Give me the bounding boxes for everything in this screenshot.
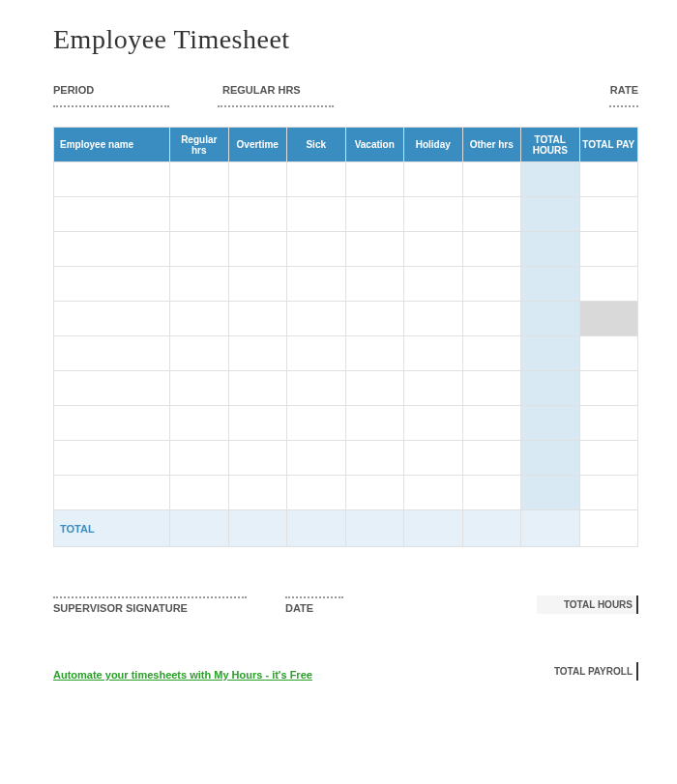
cell-vacation[interactable] xyxy=(345,406,404,441)
cell-total-hours[interactable] xyxy=(521,336,580,371)
cell-employee[interactable] xyxy=(54,232,170,267)
cell-overtime[interactable] xyxy=(228,232,287,267)
cell-other[interactable] xyxy=(462,302,521,336)
cell-overtime[interactable] xyxy=(228,267,287,302)
cell-holiday[interactable] xyxy=(404,336,463,371)
cell-sick[interactable] xyxy=(287,406,346,441)
cell-sick[interactable] xyxy=(287,441,346,476)
cell-holiday[interactable] xyxy=(404,232,463,267)
cell-vacation[interactable] xyxy=(345,441,404,476)
cell-other[interactable] xyxy=(462,406,521,441)
cell-total-hours[interactable] xyxy=(521,441,580,476)
cell-regular[interactable] xyxy=(170,441,229,476)
cell-total-hours[interactable] xyxy=(521,162,580,197)
cell-vacation[interactable] xyxy=(345,371,404,406)
cell-regular[interactable] xyxy=(170,197,229,232)
cell-total-hours[interactable] xyxy=(521,406,580,441)
cell-holiday[interactable] xyxy=(404,476,463,510)
cell-other[interactable] xyxy=(462,232,521,267)
cell-overtime[interactable] xyxy=(228,476,287,510)
cell-employee[interactable] xyxy=(54,371,170,406)
cell-holiday[interactable] xyxy=(404,406,463,441)
cell-sick[interactable] xyxy=(287,232,346,267)
cell-holiday[interactable] xyxy=(404,302,463,336)
cell-vacation[interactable] xyxy=(345,197,404,232)
cell-other[interactable] xyxy=(462,267,521,302)
cell-overtime[interactable] xyxy=(228,302,287,336)
cell-employee[interactable] xyxy=(54,441,170,476)
cell-sick[interactable] xyxy=(287,336,346,371)
cell-sick[interactable] xyxy=(287,267,346,302)
cell-other[interactable] xyxy=(462,197,521,232)
cell-sick[interactable] xyxy=(287,197,346,232)
cell-employee[interactable] xyxy=(54,336,170,371)
total-holiday xyxy=(404,510,463,547)
cell-other[interactable] xyxy=(462,441,521,476)
cell-total-pay[interactable] xyxy=(579,371,638,406)
regular-hrs-input-line[interactable] xyxy=(218,105,334,107)
cell-total-hours[interactable] xyxy=(521,476,580,510)
cell-sick[interactable] xyxy=(287,476,346,510)
date-line[interactable] xyxy=(285,596,343,598)
cell-total-hours[interactable] xyxy=(521,232,580,267)
period-input-line[interactable] xyxy=(53,105,169,107)
cell-regular[interactable] xyxy=(170,302,229,336)
cell-vacation[interactable] xyxy=(345,336,404,371)
cell-overtime[interactable] xyxy=(228,441,287,476)
cell-regular[interactable] xyxy=(170,476,229,510)
meta-inputs-row xyxy=(53,103,638,107)
cell-employee[interactable] xyxy=(54,302,170,336)
cell-total-pay[interactable] xyxy=(579,267,638,302)
cell-vacation[interactable] xyxy=(345,267,404,302)
cell-vacation[interactable] xyxy=(345,476,404,510)
cell-holiday[interactable] xyxy=(404,162,463,197)
cell-regular[interactable] xyxy=(170,336,229,371)
cell-total-hours[interactable] xyxy=(521,371,580,406)
cell-employee[interactable] xyxy=(54,197,170,232)
cell-employee[interactable] xyxy=(54,162,170,197)
cell-regular[interactable] xyxy=(170,162,229,197)
cell-overtime[interactable] xyxy=(228,406,287,441)
cell-total-pay[interactable] xyxy=(579,336,638,371)
cell-total-pay[interactable] xyxy=(579,232,638,267)
cell-other[interactable] xyxy=(462,371,521,406)
cell-sick[interactable] xyxy=(287,371,346,406)
cell-regular[interactable] xyxy=(170,267,229,302)
cell-employee[interactable] xyxy=(54,267,170,302)
cell-total-hours[interactable] xyxy=(521,267,580,302)
cell-total-pay[interactable] xyxy=(579,476,638,510)
cell-holiday[interactable] xyxy=(404,371,463,406)
cell-employee[interactable] xyxy=(54,406,170,441)
cell-employee[interactable] xyxy=(54,476,170,510)
cell-vacation[interactable] xyxy=(345,302,404,336)
cell-holiday[interactable] xyxy=(404,441,463,476)
cell-total-hours[interactable] xyxy=(521,302,580,336)
cell-regular[interactable] xyxy=(170,232,229,267)
rate-input-line[interactable] xyxy=(609,105,638,107)
cell-total-pay[interactable] xyxy=(579,441,638,476)
cell-overtime[interactable] xyxy=(228,371,287,406)
cell-total-hours[interactable] xyxy=(521,197,580,232)
cell-overtime[interactable] xyxy=(228,162,287,197)
supervisor-signature-line[interactable] xyxy=(53,596,247,598)
cell-other[interactable] xyxy=(462,476,521,510)
cell-total-pay[interactable] xyxy=(579,162,638,197)
cell-total-pay[interactable] xyxy=(579,197,638,232)
cell-vacation[interactable] xyxy=(345,232,404,267)
cell-total-pay[interactable] xyxy=(579,302,638,336)
cell-sick[interactable] xyxy=(287,162,346,197)
cell-other[interactable] xyxy=(462,336,521,371)
cell-total-pay[interactable] xyxy=(579,406,638,441)
cell-holiday[interactable] xyxy=(404,197,463,232)
cell-vacation[interactable] xyxy=(345,162,404,197)
cell-overtime[interactable] xyxy=(228,197,287,232)
promo-link[interactable]: Automate your timesheets with My Hours -… xyxy=(53,669,312,681)
cell-regular[interactable] xyxy=(170,371,229,406)
cell-sick[interactable] xyxy=(287,302,346,336)
cell-regular[interactable] xyxy=(170,406,229,441)
cell-holiday[interactable] xyxy=(404,267,463,302)
total-hours-box: TOTAL HOURS xyxy=(537,595,638,614)
cell-other[interactable] xyxy=(462,162,521,197)
total-payroll-box: TOTAL PAYROLL xyxy=(527,662,638,681)
cell-overtime[interactable] xyxy=(228,336,287,371)
